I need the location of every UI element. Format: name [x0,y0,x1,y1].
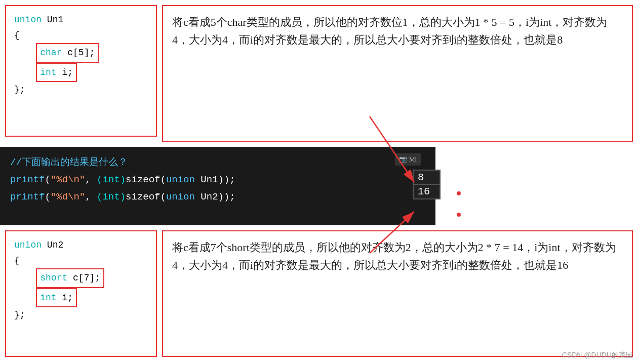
paren-open-1: ( [45,174,50,185]
brace-open-1: { [14,30,20,41]
printf-line-1: printf("%d\n", (int)sizeof(union Un1)); [10,171,425,188]
int-member-box-1: int i; [36,63,77,83]
comma-1: , [85,174,97,185]
output-val-2: 16 [414,185,440,198]
dot-1 [457,191,461,195]
int-member-box-2: int i; [36,288,77,308]
format-str-1: "%d\n" [51,174,85,185]
printf-line-2: printf("%d\n", (int)sizeof(union Un2)); [10,188,425,206]
keyword-char: char [40,48,62,58]
printf-fn-1: printf [10,174,45,185]
cast-int-2: (int) [97,191,126,203]
output-box: 8 16 [413,170,441,199]
brace-open-2: { [14,256,20,266]
brace-close-1: }; [14,85,25,95]
explanation-bottom: 将c看成7个short类型的成员，所以他的对齐数为2，总的大小为2 * 7 = … [162,230,633,357]
sizeof-2: sizeof( [126,191,166,203]
comment-line: //下面输出的结果是什么？ [10,154,425,171]
union-name-2: Un2 [47,240,63,250]
top-section: union Un1 { char c[5]; int i; }; 将c看成5个c… [0,0,638,147]
comment-text: //下面输出的结果是什么？ [10,157,128,168]
code-box-un1: union Un1 { char c[5]; int i; }; [5,5,157,137]
code-box-un2: union Un2 { short c[7]; int i; }; [5,230,157,357]
keyword-int-1: int [40,67,56,77]
brace-close-2: }; [14,310,25,320]
watermark: CSDN @DUDU的菜园 [562,351,633,360]
keyword-short: short [40,273,67,283]
camera-area: 📷 Mi [395,153,421,166]
printf-fn-2: printf [10,191,45,203]
char-member-box: char c[5]; [36,43,99,63]
union-name-1: Un1 [47,15,63,25]
keyword-int-2: int [40,293,56,303]
sizeof-1: sizeof( [126,174,166,185]
dot-2 [457,213,461,217]
union-ref-1: union [166,174,195,185]
main-container: union Un1 { char c[5]; int i; }; 将c看成5个c… [0,0,638,364]
union-ref-2: union [166,191,195,203]
camera-label: Mi [409,155,417,164]
union-un2-ref: Un2)); [195,191,235,203]
output-val-1: 8 [414,171,440,185]
explanation-bottom-text: 将c看成7个short类型的成员，所以他的对齐数为2，总的大小为2 * 7 = … [172,241,616,271]
explanation-top: 将c看成5个char类型的成员，所以他的对齐数位1，总的大小为1 * 5 = 5… [162,5,633,142]
cast-int-1: (int) [97,174,126,185]
explanation-top-text: 将c看成5个char类型的成员，所以他的对齐数位1，总的大小为1 * 5 = 5… [172,16,607,46]
format-str-2: "%d\n" [51,191,85,203]
middle-section: //下面输出的结果是什么？ printf("%d\n", (int)sizeof… [0,147,435,225]
camera-icon: 📷 [399,155,407,164]
paren-open-2: ( [45,191,50,203]
union-un1-ref: Un1)); [195,174,235,185]
keyword-union1: union [14,15,42,25]
short-member-box: short c[7]; [36,268,104,288]
bottom-section: union Un2 { short c[7]; int i; }; 将c看成7个… [0,225,638,362]
comma-2: , [85,191,97,203]
keyword-union2: union [14,240,42,250]
